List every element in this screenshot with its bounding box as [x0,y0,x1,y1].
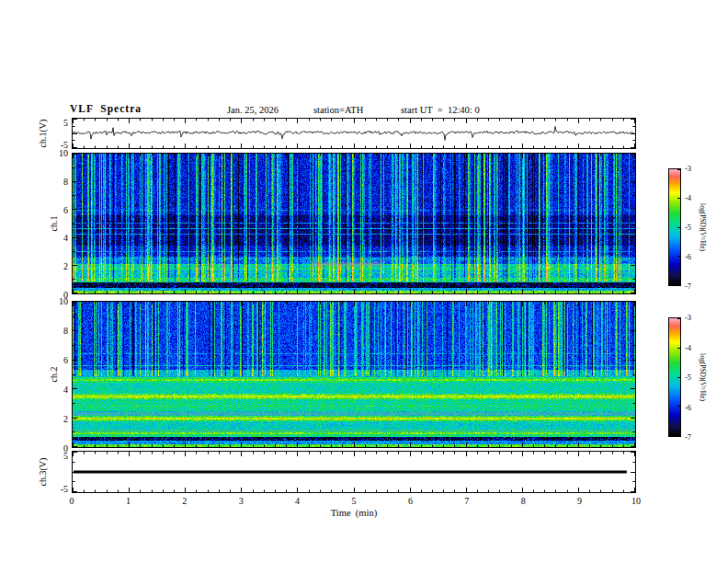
cb2-tick: -7 [685,432,691,442]
ch3-waveform-canvas [73,452,635,492]
ch1-spec-ytick: 8 [63,176,68,186]
time-tick: 3 [239,496,244,506]
time-tick: 7 [464,496,469,506]
start-ut-label: start UT = 12:40: 0 [401,105,480,115]
time-tick: 5 [352,496,357,506]
ch3-voltage-panel [72,451,636,493]
ch1-spectrogram-panel [72,153,636,294]
cb2-tick: -3 [685,313,691,322]
time-tick: 4 [295,496,300,506]
time-tick: 1 [126,496,131,506]
ch2-spec-ytick: 8 [63,326,68,336]
colorbar-2-label: log(PSD)(V²/Hz) [698,336,707,419]
ch1-voltage-panel [72,118,636,149]
cb2-tick: -5 [685,373,691,382]
cb2-tick: -4 [685,343,691,352]
ch2-spec-ytick: 4 [63,385,68,395]
date-label: Jan. 25, 2026 [227,105,279,115]
ch1-spec-axis-channel: ch.1 [49,164,60,283]
colorbar-2-canvas [669,318,680,436]
ch3-ytick-max: 5 [63,451,68,461]
ch2-spec-axis-label: ch.2 Frequency (kHz) [27,315,51,434]
cb1-tick: -7 [685,282,691,291]
ch2-spec-ytick: 2 [63,414,68,424]
colorbar-1 [668,168,681,286]
cb1-tick: -6 [685,252,691,261]
station-label: station=ATH [313,105,363,115]
ch2-spec-axis-channel: ch.2 [49,315,60,434]
time-tick: 8 [521,496,526,506]
ch1-wave-ytick-min: -5 [61,140,68,150]
cb1-tick: -3 [685,164,691,173]
ch1-spec-axis-label: ch.1 Frequency (kHz) [27,164,51,283]
cb1-tick: -4 [685,193,691,202]
time-tick: 10 [631,496,641,506]
ch1-spectrogram-canvas [73,154,635,293]
ch1-wave-ytick-max: 5 [63,118,68,128]
ch1-spec-ytick: 2 [63,261,68,271]
vlf-spectra-figure: VLF Spectra Jan. 25, 2026 station=ATH st… [0,0,728,563]
cb1-tick: -5 [685,223,691,232]
time-tick: 9 [577,496,582,506]
ch2-spec-ytick: 6 [63,355,68,365]
ch1-voltage-axis-label: ch.1(V) [38,106,49,161]
ch2-spectrogram-canvas [73,302,635,447]
colorbar-1-canvas [669,169,680,285]
time-axis-label: Time (min) [331,508,377,518]
ch2-spectrogram-panel [72,301,636,448]
ch3-voltage-axis-label: ch.3(V) [38,444,49,500]
time-tick: 0 [70,496,74,506]
time-tick: 2 [182,496,187,506]
ch1-spec-ytick: 6 [63,204,68,214]
figure-title: VLF Spectra [70,103,142,114]
ch3-ytick-min: -5 [61,484,68,494]
time-tick: 6 [408,496,413,506]
ch1-waveform-canvas [73,119,635,148]
cb2-tick: -6 [685,403,691,412]
ch2-spec-ytick: 10 [59,296,68,306]
colorbar-1-label: log(PSD)(V²/Hz) [698,186,707,269]
colorbar-2 [668,317,681,437]
ch1-spec-ytick: 4 [63,233,68,243]
